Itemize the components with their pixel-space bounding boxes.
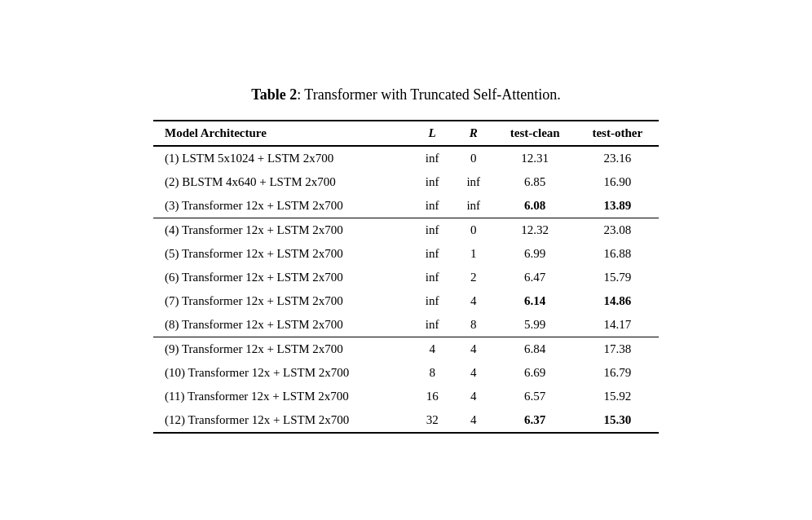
table-title-bold: Table 2: [251, 86, 297, 103]
table-row: (7) Transformer 12x + LSTM 2x700inf46.14…: [153, 289, 659, 313]
cell-L: inf: [412, 170, 453, 194]
cell-L: inf: [412, 313, 453, 337]
cell-test-clean: 6.99: [494, 242, 576, 266]
col-header-test-other: test-other: [576, 121, 660, 146]
cell-L: inf: [412, 266, 453, 289]
cell-test-clean: 6.69: [494, 361, 576, 385]
page-container: Table 2: Transformer with Truncated Self…: [16, 86, 796, 434]
cell-test-clean: 12.32: [494, 218, 576, 243]
cell-test-clean: 6.85: [494, 170, 576, 194]
cell-test-other: 15.79: [576, 266, 660, 289]
cell-test-other: 17.38: [576, 337, 660, 362]
cell-R: 4: [452, 337, 494, 362]
table-row: (5) Transformer 12x + LSTM 2x700inf16.99…: [153, 242, 659, 266]
table-title: Table 2: Transformer with Truncated Self…: [251, 86, 560, 104]
cell-test-other: 14.86: [576, 289, 660, 313]
table-row: (1) LSTM 5x1024 + LSTM 2x700inf012.3123.…: [153, 146, 659, 170]
table-row: (8) Transformer 12x + LSTM 2x700inf85.99…: [153, 313, 659, 337]
cell-test-other: 13.89: [576, 194, 660, 218]
cell-R: 1: [452, 242, 494, 266]
cell-L: 4: [412, 337, 453, 362]
cell-test-other: 16.90: [576, 170, 660, 194]
cell-R: 2: [452, 266, 494, 289]
cell-model: (3) Transformer 12x + LSTM 2x700: [153, 194, 412, 218]
cell-L: 16: [412, 385, 453, 408]
table-row: (9) Transformer 12x + LSTM 2x700446.8417…: [153, 337, 659, 362]
table-row: (11) Transformer 12x + LSTM 2x7001646.57…: [153, 385, 659, 408]
cell-R: 0: [452, 218, 494, 243]
cell-R: 8: [452, 313, 494, 337]
cell-R: 4: [452, 361, 494, 385]
table-row: (12) Transformer 12x + LSTM 2x7003246.37…: [153, 408, 659, 433]
cell-model: (6) Transformer 12x + LSTM 2x700: [153, 266, 412, 289]
cell-R: 4: [452, 289, 494, 313]
table-row: (2) BLSTM 4x640 + LSTM 2x700infinf6.8516…: [153, 170, 659, 194]
cell-test-other: 23.08: [576, 218, 660, 243]
col-header-L: L: [412, 121, 453, 146]
cell-L: inf: [412, 242, 453, 266]
table-row: (6) Transformer 12x + LSTM 2x700inf26.47…: [153, 266, 659, 289]
cell-test-other: 16.88: [576, 242, 660, 266]
table-row: (4) Transformer 12x + LSTM 2x700inf012.3…: [153, 218, 659, 243]
cell-L: inf: [412, 194, 453, 218]
cell-model: (5) Transformer 12x + LSTM 2x700: [153, 242, 412, 266]
cell-model: (4) Transformer 12x + LSTM 2x700: [153, 218, 412, 243]
main-table: Model Architecture L R test-clean test-o…: [153, 120, 659, 434]
cell-test-clean: 6.08: [494, 194, 576, 218]
cell-test-clean: 6.84: [494, 337, 576, 362]
cell-test-other: 23.16: [576, 146, 660, 170]
cell-model: (9) Transformer 12x + LSTM 2x700: [153, 337, 412, 362]
cell-test-clean: 6.57: [494, 385, 576, 408]
cell-model: (12) Transformer 12x + LSTM 2x700: [153, 408, 412, 433]
cell-model: (8) Transformer 12x + LSTM 2x700: [153, 313, 412, 337]
cell-test-other: 16.79: [576, 361, 660, 385]
cell-L: inf: [412, 218, 453, 243]
cell-model: (7) Transformer 12x + LSTM 2x700: [153, 289, 412, 313]
cell-R: 0: [452, 146, 494, 170]
col-header-R: R: [452, 121, 494, 146]
cell-R: 4: [452, 385, 494, 408]
cell-test-clean: 6.14: [494, 289, 576, 313]
table-title-suffix: : Transformer with Truncated Self-Attent…: [297, 86, 560, 103]
cell-model: (1) LSTM 5x1024 + LSTM 2x700: [153, 146, 412, 170]
cell-test-other: 15.92: [576, 385, 660, 408]
cell-test-clean: 6.37: [494, 408, 576, 433]
cell-model: (2) BLSTM 4x640 + LSTM 2x700: [153, 170, 412, 194]
cell-L: inf: [412, 146, 453, 170]
cell-test-other: 15.30: [576, 408, 660, 433]
cell-test-clean: 5.99: [494, 313, 576, 337]
cell-L: 8: [412, 361, 453, 385]
table-row: (3) Transformer 12x + LSTM 2x700infinf6.…: [153, 194, 659, 218]
cell-R: inf: [452, 194, 494, 218]
cell-test-clean: 12.31: [494, 146, 576, 170]
cell-R: 4: [452, 408, 494, 433]
cell-test-other: 14.17: [576, 313, 660, 337]
col-header-test-clean: test-clean: [494, 121, 576, 146]
cell-model: (10) Transformer 12x + LSTM 2x700: [153, 361, 412, 385]
table-header-row: Model Architecture L R test-clean test-o…: [153, 121, 659, 146]
col-header-model: Model Architecture: [153, 121, 412, 146]
cell-L: inf: [412, 289, 453, 313]
cell-test-clean: 6.47: [494, 266, 576, 289]
cell-model: (11) Transformer 12x + LSTM 2x700: [153, 385, 412, 408]
cell-R: inf: [452, 170, 494, 194]
table-row: (10) Transformer 12x + LSTM 2x700846.691…: [153, 361, 659, 385]
cell-L: 32: [412, 408, 453, 433]
